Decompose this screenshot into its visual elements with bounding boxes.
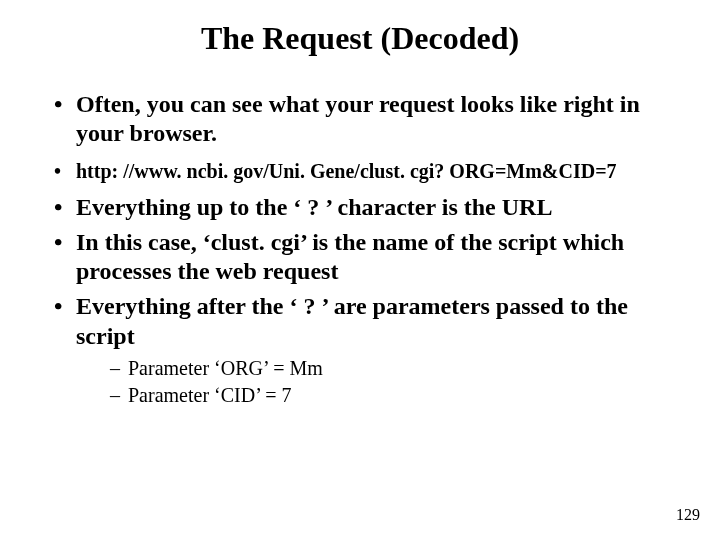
bullet-item: In this case, ‘clust. cgi’ is the name o…	[48, 228, 690, 287]
slide-title: The Request (Decoded)	[0, 20, 720, 57]
bullet-item: Often, you can see what your request loo…	[48, 90, 690, 149]
bullet-text: Everything after the ‘ ? ’ are parameter…	[76, 293, 628, 348]
bullet-item: Everything up to the ‘ ? ’ character is …	[48, 193, 690, 222]
slide: The Request (Decoded) Often, you can see…	[0, 0, 720, 540]
slide-body: Often, you can see what your request loo…	[48, 90, 690, 415]
sub-bullet-item: Parameter ‘CID’ = 7	[110, 382, 690, 409]
bullet-item-url: http: //www. ncbi. gov/Uni. Gene/clust. …	[48, 155, 690, 187]
sub-bullet-item: Parameter ‘ORG’ = Mm	[110, 355, 690, 382]
sub-bullet-list: Parameter ‘ORG’ = Mm Parameter ‘CID’ = 7	[76, 355, 690, 409]
bullet-list: Often, you can see what your request loo…	[48, 90, 690, 409]
page-number: 129	[676, 506, 700, 524]
bullet-item: Everything after the ‘ ? ’ are parameter…	[48, 292, 690, 409]
